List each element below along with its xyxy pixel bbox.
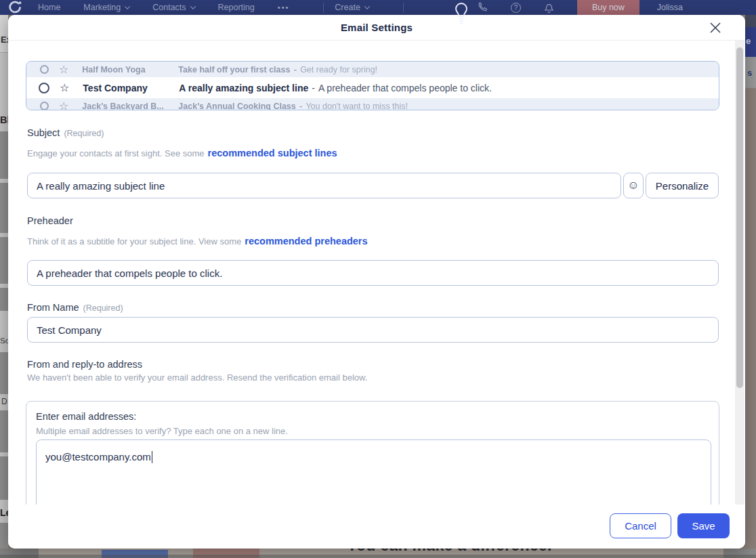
phone-icon[interactable] bbox=[477, 2, 488, 13]
background-thumbnail bbox=[0, 183, 8, 233]
help-icon[interactable]: ? bbox=[511, 3, 521, 13]
subject-helper: Engage your contacts at first sight. See… bbox=[27, 148, 337, 158]
nav-more-menu[interactable]: ••• bbox=[278, 3, 290, 12]
background-left-header bbox=[0, 15, 8, 53]
chevron-down-icon bbox=[190, 3, 195, 9]
subject-helper-text: Engage your contacts at first sight. See… bbox=[27, 148, 205, 158]
reply-address-helper: We haven't been able to verify your emai… bbox=[27, 372, 367, 383]
preview-row-content: ☆ Test Company A really amazing subject … bbox=[26, 77, 719, 98]
subject-label-text: Subject bbox=[27, 127, 60, 138]
preview-row: ☆ Half Moon Yoga Take half off your firs… bbox=[26, 62, 719, 77]
buy-now-button[interactable]: Buy now bbox=[577, 0, 639, 15]
smiley-icon: ☺ bbox=[627, 179, 639, 192]
star-icon: ☆ bbox=[59, 64, 68, 75]
preheader-input[interactable] bbox=[27, 260, 719, 286]
preview-preheader: A preheader that compels people to click… bbox=[318, 83, 492, 93]
nav-reporting-label: Reporting bbox=[218, 3, 255, 12]
inbox-preview: ☆ Half Moon Yoga Take half off your firs… bbox=[26, 61, 719, 110]
modal-footer: Cancel Save bbox=[8, 505, 745, 549]
preheader-label-text: Preheader bbox=[27, 215, 73, 226]
nav-divider bbox=[403, 3, 404, 13]
background-thumbnail bbox=[0, 237, 8, 284]
from-name-input[interactable] bbox=[27, 317, 719, 343]
recommended-subject-lines-link[interactable]: recommended subject lines bbox=[208, 148, 337, 158]
chevron-down-icon bbox=[125, 3, 130, 9]
nav-create-button[interactable]: Create bbox=[335, 3, 369, 12]
nav-marketing-label: Marketing bbox=[83, 3, 121, 12]
screen: Home Marketing Contacts Reporting ••• Cr… bbox=[0, 0, 756, 558]
subject-input[interactable] bbox=[27, 173, 621, 198]
email-settings-modal: Email Settings ☆ Half Moon Yoga Take hal… bbox=[8, 15, 745, 549]
from-name-label-text: From Name bbox=[27, 302, 79, 313]
personalize-button[interactable]: Personalize bbox=[646, 173, 719, 198]
nav-item-marketing[interactable]: Marketing bbox=[83, 3, 129, 12]
enter-email-helper: Multiple email addresses to verify? Type… bbox=[36, 426, 288, 436]
preview-sender: Test Company bbox=[83, 83, 179, 93]
save-button[interactable]: Save bbox=[677, 513, 730, 538]
background-right-dark bbox=[745, 15, 756, 27]
preview-preheader: Get ready for spring! bbox=[300, 65, 377, 74]
preheader-label: Preheader bbox=[27, 215, 73, 226]
emoji-picker-button[interactable]: ☺ bbox=[623, 173, 644, 198]
background-thumbnail bbox=[0, 410, 8, 452]
buy-now-label: Buy now bbox=[592, 3, 625, 12]
nav-create-label: Create bbox=[335, 3, 360, 12]
enter-email-label: Enter email addresses: bbox=[36, 411, 136, 422]
background-text-fragment: D bbox=[1, 397, 7, 406]
modal-scrollbar-track[interactable] bbox=[735, 41, 744, 505]
preheader-helper-text: Think of it as a subtitle for your subje… bbox=[27, 236, 241, 246]
preview-sender: Half Moon Yoga bbox=[82, 65, 178, 74]
background-thumbnail bbox=[0, 523, 8, 549]
nav-contacts-label: Contacts bbox=[152, 3, 186, 12]
star-icon: ☆ bbox=[59, 101, 68, 111]
reply-address-label: From and reply-to address bbox=[27, 359, 142, 370]
cancel-button[interactable]: Cancel bbox=[610, 513, 671, 538]
notifications-bell-icon[interactable] bbox=[544, 2, 554, 13]
preview-row: ☆ Jack's Backyard B... Jack's Annual Coo… bbox=[26, 98, 719, 110]
preview-subject: Take half off your first class bbox=[178, 65, 290, 74]
preview-row-content: ☆ Jack's Backyard B... Jack's Annual Coo… bbox=[26, 98, 719, 110]
preview-row-content: ☆ Half Moon Yoga Take half off your firs… bbox=[26, 62, 719, 77]
reply-address-helper-text: We haven't been able to verify your emai… bbox=[27, 372, 367, 383]
preview-sender: Jack's Backyard B... bbox=[82, 102, 178, 111]
preview-subject: A really amazing subject line bbox=[179, 83, 308, 93]
reply-address-label-text: From and reply-to address bbox=[27, 359, 142, 370]
required-hint: (Required) bbox=[83, 303, 123, 313]
background-shade bbox=[0, 555, 756, 558]
background-text-fragment: e bbox=[746, 36, 751, 46]
email-addresses-value: you@testcompany.com bbox=[45, 451, 151, 463]
radio-icon[interactable] bbox=[39, 83, 49, 93]
preview-row-focused: ☆ Test Company A really amazing subject … bbox=[26, 77, 719, 98]
background-right-panel bbox=[745, 15, 756, 549]
nav-item-reporting[interactable]: Reporting bbox=[218, 3, 255, 12]
preheader-helper: Think of it as a subtitle for your subje… bbox=[27, 236, 368, 246]
recommended-preheaders-link[interactable]: recommended preheaders bbox=[245, 236, 367, 246]
nav-home-label: Home bbox=[38, 3, 60, 12]
radio-icon bbox=[40, 102, 49, 110]
background-thumbnail bbox=[0, 456, 8, 500]
chevron-down-icon bbox=[364, 3, 370, 9]
modal-title: Email Settings bbox=[341, 22, 413, 33]
background-left-panel bbox=[0, 15, 8, 549]
radio-icon bbox=[40, 65, 49, 74]
nav-item-contacts[interactable]: Contacts bbox=[152, 3, 194, 12]
star-icon[interactable]: ☆ bbox=[60, 83, 69, 93]
top-nav: Home Marketing Contacts Reporting ••• Cr… bbox=[0, 0, 756, 15]
preview-separator: - bbox=[293, 64, 297, 75]
from-name-label: From Name(Required) bbox=[27, 302, 123, 313]
nav-item-home[interactable]: Home bbox=[38, 3, 60, 12]
preview-separator: - bbox=[299, 101, 303, 111]
lightbulb-coach-icon[interactable] bbox=[453, 0, 470, 27]
background-text-fragment: s bbox=[747, 68, 752, 78]
modal-header: Email Settings bbox=[8, 15, 745, 41]
subject-label: Subject(Required) bbox=[27, 127, 104, 138]
modal-scrollbar-thumb[interactable] bbox=[736, 47, 743, 388]
preview-subject: Jack's Annual Cooking Class bbox=[178, 102, 295, 111]
background-thumbnail bbox=[0, 131, 8, 179]
preview-preheader: You don't want to miss this! bbox=[306, 102, 408, 111]
text-caret bbox=[152, 451, 152, 463]
background-thumbnail bbox=[0, 352, 8, 394]
nav-user-menu[interactable]: Jolissa bbox=[657, 3, 683, 12]
close-icon[interactable] bbox=[709, 21, 722, 35]
nav-divider bbox=[323, 3, 324, 13]
